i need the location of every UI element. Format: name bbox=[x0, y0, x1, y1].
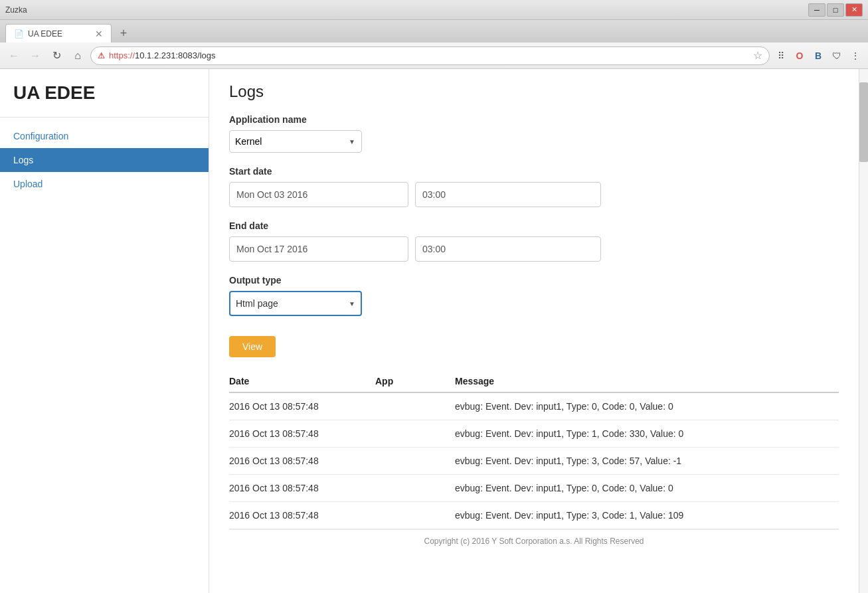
log-table-row: 2016 Oct 13 08:57:48evbug: Event. Dev: i… bbox=[229, 420, 839, 448]
reload-button[interactable]: ↻ bbox=[48, 47, 65, 64]
browser-window: Zuzka ─ □ ✕ 📄 UA EDEE ✕ + ← → ↻ ⌂ ⚠ http… bbox=[0, 0, 868, 593]
main-content: Logs Application name Kernel All Start d… bbox=[209, 69, 859, 593]
title-bar: Zuzka ─ □ ✕ bbox=[0, 0, 868, 20]
back-button[interactable]: ← bbox=[5, 47, 23, 64]
address-text: https://10.1.2.231:8083/logs bbox=[109, 50, 749, 60]
tab-bar: 📄 UA EDEE ✕ + bbox=[0, 20, 868, 42]
opera-icon[interactable]: O bbox=[792, 48, 807, 63]
tab-label: UA EDEE bbox=[28, 29, 62, 39]
end-date-input[interactable] bbox=[229, 236, 408, 262]
end-date-group: End date bbox=[229, 220, 839, 262]
log-cell-message: evbug: Event. Dev: input1, Type: 1, Code… bbox=[455, 420, 839, 448]
url-host-part: 10.1.2.231 bbox=[135, 50, 175, 60]
start-date-label: Start date bbox=[229, 166, 839, 177]
app-name-group: Application name Kernel All bbox=[229, 114, 839, 153]
home-button[interactable]: ⌂ bbox=[69, 47, 86, 64]
footer-copyright: Copyright (c) 2016 Y Soft Corporation a.… bbox=[229, 529, 839, 552]
tab-page-icon: 📄 bbox=[14, 29, 24, 39]
ssl-warning-icon: ⚠ bbox=[98, 51, 105, 60]
url-secure-part: https:// bbox=[109, 50, 135, 60]
col-header-message: Message bbox=[455, 371, 839, 392]
end-date-label: End date bbox=[229, 220, 839, 231]
log-table-body: 2016 Oct 13 08:57:48evbug: Event. Dev: i… bbox=[229, 392, 839, 529]
extensions-icon[interactable]: ⠿ bbox=[774, 48, 788, 63]
sidebar-item-upload[interactable]: Upload bbox=[0, 172, 209, 196]
page-title: Logs bbox=[229, 82, 839, 101]
sidebar-nav: Configuration Logs Upload bbox=[0, 124, 209, 196]
address-bar-input-wrapper[interactable]: ⚠ https://10.1.2.231:8083/logs ☆ bbox=[90, 46, 770, 65]
view-button[interactable]: View bbox=[229, 336, 276, 357]
title-bar-user-label: Zuzka bbox=[5, 5, 27, 15]
log-cell-app bbox=[375, 475, 455, 502]
end-time-input[interactable] bbox=[415, 236, 601, 262]
bookmark-icon[interactable]: ☆ bbox=[753, 49, 762, 62]
browser-tab[interactable]: 📄 UA EDEE ✕ bbox=[5, 24, 112, 42]
app-name-select[interactable]: Kernel All bbox=[229, 130, 362, 153]
restore-button[interactable]: □ bbox=[827, 3, 844, 17]
shield-icon[interactable]: 🛡 bbox=[829, 48, 844, 63]
log-cell-date: 2016 Oct 13 08:57:48 bbox=[229, 420, 375, 448]
end-date-time-row bbox=[229, 236, 839, 262]
log-table-row: 2016 Oct 13 08:57:48evbug: Event. Dev: i… bbox=[229, 392, 839, 420]
log-cell-app bbox=[375, 448, 455, 475]
output-type-label: Output type bbox=[229, 275, 839, 286]
scrollbar[interactable] bbox=[859, 69, 868, 593]
log-cell-app bbox=[375, 392, 455, 420]
log-table-row: 2016 Oct 13 08:57:48evbug: Event. Dev: i… bbox=[229, 448, 839, 475]
log-cell-message: evbug: Event. Dev: input1, Type: 3, Code… bbox=[455, 502, 839, 529]
log-cell-message: evbug: Event. Dev: input1, Type: 0, Code… bbox=[455, 392, 839, 420]
log-cell-app bbox=[375, 502, 455, 529]
app-name-select-wrapper: Kernel All bbox=[229, 130, 362, 153]
browser-toolbar-icons: ⠿ O B 🛡 ⋮ bbox=[774, 48, 863, 63]
log-cell-app bbox=[375, 420, 455, 448]
log-cell-date: 2016 Oct 13 08:57:48 bbox=[229, 475, 375, 502]
main-area: UA EDEE Configuration Logs Upload Logs A… bbox=[0, 69, 868, 593]
app-title: UA EDEE bbox=[0, 82, 209, 118]
sidebar: UA EDEE Configuration Logs Upload bbox=[0, 69, 209, 593]
output-type-group: Output type Html page Plain text bbox=[229, 275, 839, 316]
log-table-row: 2016 Oct 13 08:57:48evbug: Event. Dev: i… bbox=[229, 475, 839, 502]
log-table-row: 2016 Oct 13 08:57:48evbug: Event. Dev: i… bbox=[229, 502, 839, 529]
log-cell-date: 2016 Oct 13 08:57:48 bbox=[229, 392, 375, 420]
menu-icon[interactable]: ⋮ bbox=[848, 48, 863, 63]
app-name-label: Application name bbox=[229, 114, 839, 125]
log-table: Date App Message 2016 Oct 13 08:57:48evb… bbox=[229, 371, 839, 529]
col-header-app: App bbox=[375, 371, 455, 392]
sidebar-item-configuration[interactable]: Configuration bbox=[0, 124, 209, 148]
brave-icon[interactable]: B bbox=[811, 48, 825, 63]
col-header-date: Date bbox=[229, 371, 375, 392]
url-path-part: :8083/logs bbox=[175, 50, 215, 60]
scroll-thumb[interactable] bbox=[859, 82, 868, 162]
sidebar-item-logs[interactable]: Logs bbox=[0, 148, 209, 172]
output-type-select[interactable]: Html page Plain text bbox=[229, 291, 362, 316]
log-cell-date: 2016 Oct 13 08:57:48 bbox=[229, 448, 375, 475]
close-button[interactable]: ✕ bbox=[845, 3, 863, 17]
new-tab-button[interactable]: + bbox=[114, 24, 133, 42]
minimize-button[interactable]: ─ bbox=[808, 3, 825, 17]
forward-button[interactable]: → bbox=[27, 47, 44, 64]
address-bar: ← → ↻ ⌂ ⚠ https://10.1.2.231:8083/logs ☆… bbox=[0, 42, 868, 69]
log-table-header: Date App Message bbox=[229, 371, 839, 392]
log-cell-message: evbug: Event. Dev: input1, Type: 0, Code… bbox=[455, 475, 839, 502]
tab-close-button[interactable]: ✕ bbox=[95, 29, 103, 39]
log-cell-date: 2016 Oct 13 08:57:48 bbox=[229, 502, 375, 529]
start-date-time-row bbox=[229, 182, 839, 207]
log-table-header-row: Date App Message bbox=[229, 371, 839, 392]
start-time-input[interactable] bbox=[415, 182, 601, 207]
log-cell-message: evbug: Event. Dev: input1, Type: 3, Code… bbox=[455, 448, 839, 475]
start-date-group: Start date bbox=[229, 166, 839, 207]
start-date-input[interactable] bbox=[229, 182, 408, 207]
title-bar-controls: ─ □ ✕ bbox=[808, 3, 863, 17]
output-type-select-wrapper: Html page Plain text bbox=[229, 291, 362, 316]
